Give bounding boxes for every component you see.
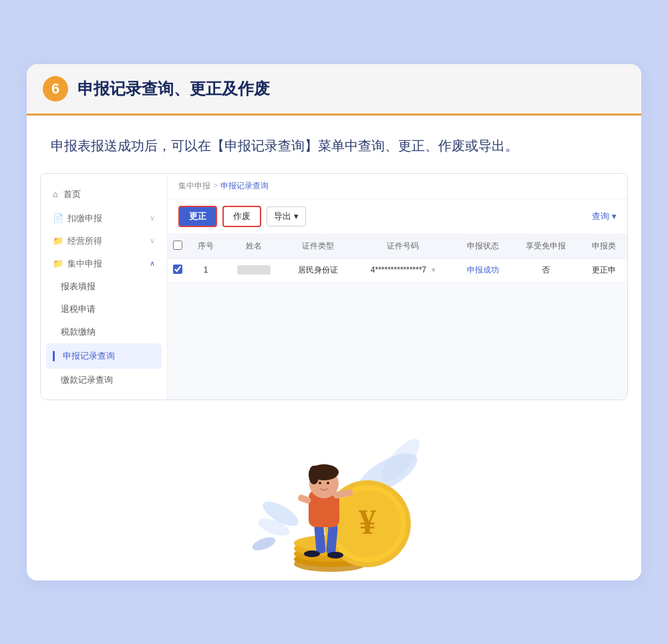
chevron-down-icon: ∨ [150, 214, 155, 222]
svg-point-28 [327, 482, 329, 484]
sidebar-refund-label: 退税申请 [61, 304, 96, 314]
row-seq: 1 [188, 258, 224, 282]
sidebar-payment-query-label: 缴款记录查询 [61, 375, 113, 385]
home-icon: ⌂ [53, 189, 58, 199]
chevron-down-icon2: ∨ [150, 236, 155, 245]
svg-text:¥: ¥ [359, 503, 376, 541]
row-name [224, 258, 283, 282]
description-text: 申报表报送成功后，可以在【申报记录查询】菜单中查询、更正、作废或导出。 [27, 116, 641, 173]
export-label: 导出 [274, 210, 291, 222]
breadcrumb-current: 申报记录查询 [220, 180, 269, 192]
sidebar-item-withholding[interactable]: 📄 扣缴申报 ∨ [41, 207, 167, 230]
sidebar-item-collective[interactable]: 📁 集中申报 ∧ [41, 253, 167, 275]
sidebar-item-tax-payment[interactable]: 税款缴纳 [41, 321, 167, 343]
svg-point-27 [319, 482, 321, 484]
page-title: 申报记录查询、更正及作废 [77, 78, 270, 100]
row-id-type: 居民身份证 [283, 258, 352, 282]
th-id-type: 证件类型 [283, 234, 352, 259]
svg-point-20 [327, 552, 343, 558]
chevron-up-icon: ∧ [150, 259, 155, 268]
row-type: 更正申 [580, 258, 627, 282]
illustration-svg: ¥ ✦ ✦ ✦ [227, 420, 441, 574]
table-wrap: 序号 姓名 证件类型 证件号码 申报状态 享受免申报 申报类 [168, 234, 627, 283]
sidebar-home-label: 首页 [63, 188, 81, 200]
chevron-down-icon4: ▾ [612, 211, 617, 221]
breadcrumb: 集中申报 > 申报记录查询 [168, 174, 627, 199]
sidebar-business-label: 经营所得 [67, 235, 102, 247]
table-row: 1 居民身份证 4***************7 ▾ 申报成功 [168, 258, 627, 282]
th-seq: 序号 [188, 234, 224, 259]
breadcrumb-parent: 集中申报 [178, 180, 210, 192]
sidebar-form-fill-label: 报表填报 [61, 281, 96, 291]
breadcrumb-separator: > [213, 181, 218, 190]
th-checkbox [168, 234, 188, 259]
sidebar-tax-label: 税款缴纳 [61, 327, 96, 337]
export-button[interactable]: 导出 ▾ [267, 206, 306, 226]
svg-text:✦: ✦ [421, 508, 426, 515]
sidebar-withholding-label: 扣缴申报 [67, 212, 102, 224]
query-label: 查询 [592, 210, 609, 222]
svg-point-19 [304, 550, 320, 557]
th-exempt: 享受免申报 [512, 234, 580, 259]
sidebar-collective-label: 集中申报 [67, 258, 102, 270]
th-id-number: 证件号码 [352, 234, 454, 259]
status-badge: 申报成功 [467, 265, 499, 275]
select-all-checkbox[interactable] [173, 240, 182, 250]
row-checkbox-cell [168, 258, 188, 282]
step-number: 6 [43, 76, 68, 102]
sidebar-item-report-query[interactable]: 申报记录查询 [46, 343, 162, 369]
th-status: 申报状态 [454, 234, 512, 259]
sidebar-item-refund[interactable]: 退税申请 [41, 298, 167, 321]
folder-icon: 📁 [53, 236, 63, 246]
th-type: 申报类 [580, 234, 627, 259]
sidebar: ⌂ 首页 📄 扣缴申报 ∨ 📁 经营所得 ∨ 📁 集中申报 ∧ 报表填报 [41, 174, 168, 399]
cancel-button[interactable]: 作废 [222, 206, 261, 227]
sidebar-report-query-label: 申报记录查询 [63, 350, 115, 362]
sidebar-item-payment-query[interactable]: 缴款记录查询 [41, 369, 167, 391]
svg-point-26 [309, 466, 319, 484]
row-status: 申报成功 [454, 258, 512, 282]
masked-name [237, 265, 271, 275]
row-exempt: 否 [512, 258, 580, 282]
svg-text:✦: ✦ [407, 483, 414, 492]
ui-screenshot-box: ⌂ 首页 📄 扣缴申报 ∨ 📁 经营所得 ∨ 📁 集中申报 ∧ 报表填报 [40, 173, 628, 400]
query-button[interactable]: 查询 ▾ [592, 210, 617, 222]
row-id-number: 4***************7 ▾ [352, 258, 454, 282]
row-checkbox[interactable] [173, 265, 182, 274]
chevron-down-icon5[interactable]: ▾ [432, 265, 436, 275]
svg-point-4 [251, 534, 277, 552]
main-content: 集中申报 > 申报记录查询 更正 作废 导出 ▾ 查询 ▾ [168, 174, 627, 399]
id-number-text: 4***************7 [371, 265, 426, 275]
doc-icon: 📄 [53, 213, 63, 223]
toolbar: 更正 作废 导出 ▾ 查询 ▾ [168, 199, 627, 234]
records-table: 序号 姓名 证件类型 证件号码 申报状态 享受免申报 申报类 [168, 234, 627, 283]
sidebar-item-business[interactable]: 📁 经营所得 ∨ [41, 230, 167, 253]
table-header-row: 序号 姓名 证件类型 证件号码 申报状态 享受免申报 申报类 [168, 234, 627, 259]
th-name: 姓名 [224, 234, 283, 259]
main-card: 6 申报记录查询、更正及作废 申报表报送成功后，可以在【申报记录查询】菜单中查询… [27, 64, 641, 581]
chevron-down-icon3: ▾ [294, 211, 299, 221]
update-button[interactable]: 更正 [178, 206, 217, 227]
sidebar-item-form-fill[interactable]: 报表填报 [41, 275, 167, 298]
folder-icon2: 📁 [53, 259, 63, 269]
card-header: 6 申报记录查询、更正及作废 [27, 64, 641, 116]
sidebar-item-home[interactable]: ⌂ 首页 [41, 182, 167, 207]
illustration: ¥ ✦ ✦ ✦ [27, 414, 641, 581]
